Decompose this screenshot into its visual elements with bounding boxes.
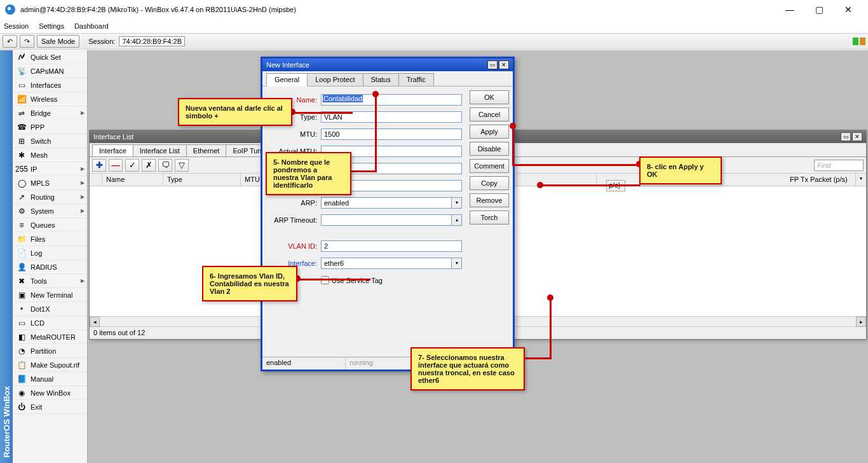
tab-interface[interactable]: Interface [92,144,133,156]
add-button[interactable]: ✚ [92,159,106,172]
sidebar-icon: ▭ [17,80,27,90]
title-bar: admin@74:4D:28:B9:F4:2B (MikroTik) - Win… [0,0,868,19]
brand-strip: RouterOS WinBox [0,50,13,463]
safe-mode-button[interactable]: Safe Mode [37,35,79,48]
scroll-right-icon[interactable]: ▸ [856,317,866,327]
ok-button[interactable]: OK [470,90,509,104]
comment-button[interactable]: 🗨 [158,159,172,172]
col-more-icon[interactable]: ▾ [856,174,866,186]
col-fptx[interactable]: FP Tx Packet (p/s) [786,174,856,186]
sidebar-label: New WinBox [31,389,71,397]
dialog-tab-traffic[interactable]: Traffic [398,73,434,86]
sidebar-item-radius[interactable]: 👤RADIUS [13,260,87,274]
dialog-tab-general[interactable]: General [266,73,308,86]
filter-button[interactable]: ▽ [175,159,189,172]
sidebar-item-wireless[interactable]: 📶Wireless [13,92,87,106]
window-minimize-icon[interactable]: ▭ [841,132,851,141]
col-name[interactable]: Name [102,174,163,186]
copy-button[interactable]: Copy [470,176,509,190]
sidebar-item-log[interactable]: 📄Log [13,246,87,260]
sidebar-label: IP [31,165,37,173]
torch-button[interactable]: Torch [470,211,509,225]
sidebar-item-manual[interactable]: 📘Manual [13,372,87,386]
remove-button[interactable]: Remove [470,193,509,207]
sidebar-item-new-winbox[interactable]: ◉New WinBox [13,386,87,400]
dialog-tab-loop-protect[interactable]: Loop Protect [307,73,363,86]
maximize-button[interactable]: ▢ [804,0,834,19]
scroll-left-icon[interactable]: ◂ [90,317,100,327]
dialog-buttons: OKCancelApplyDisableCommentCopyRemoveTor… [470,90,509,225]
sidebar-label: Manual [31,375,53,383]
close-button[interactable]: ✕ [834,0,863,19]
redo-button[interactable]: ↷ [20,35,34,48]
disable-button[interactable]: Disable [470,142,509,156]
sidebar-label: Bridge [31,109,51,117]
toolbar: ↶ ↷ Safe Mode Session: 74:4D:28:B9:F4:2B [0,33,868,50]
remove-button[interactable]: — [109,159,123,172]
sidebar-icon: 📶 [17,94,27,104]
name-input[interactable]: Contabilidad [321,94,462,106]
find-input[interactable]: Find [814,160,864,171]
interface-dropdown-icon[interactable]: ▾ [452,258,462,269]
label-vlanid: VLAN ID: [268,242,317,250]
arp-select[interactable] [321,197,452,209]
sidebar-item-capsman[interactable]: 📡CAPsMAN [13,64,87,78]
sidebar-item-lcd[interactable]: ▭LCD [13,316,87,330]
sidebar-item-quick-set[interactable]: 🗲Quick Set [13,50,87,64]
interface-select[interactable] [321,258,452,269]
sidebar-icon: ◉ [17,388,27,398]
sidebar-icon: ≡ [17,220,27,230]
menu-session[interactable]: Session [4,22,29,30]
sidebar-label: Wireless [31,95,57,103]
sidebar-item-ip[interactable]: 255IP▶ [13,162,87,176]
annotation-line [525,357,552,359]
sidebar-item-switch[interactable]: ⊞Switch [13,134,87,148]
sidebar-item-system[interactable]: ⚙System▶ [13,204,87,218]
vlanid-input[interactable] [321,240,462,252]
window-close-icon[interactable]: ✕ [852,132,862,141]
comment-button[interactable]: Comment [470,159,509,173]
new-interface-title[interactable]: New Interface ▭ ✕ [262,59,513,71]
sidebar-icon: ◯ [17,178,27,188]
dialog-tab-status[interactable]: Status [363,73,399,86]
sidebar-item-partition[interactable]: ◔Partition [13,344,87,358]
tab-interface-list[interactable]: Interface List [133,144,187,156]
minimize-button[interactable]: — [775,0,804,19]
arp-dropdown-icon[interactable]: ▾ [452,197,462,209]
sidebar-icon: ✖ [17,276,27,286]
sidebar-label: PPP [31,123,44,131]
sidebar-item-exit[interactable]: ⏻Exit [13,400,87,414]
arpt-up-icon[interactable]: ▴ [452,214,462,226]
sidebar-item-metarouter[interactable]: ◧MetaROUTER [13,330,87,344]
sidebar-icon: ⇌ [17,108,27,118]
sidebar-item-files[interactable]: 📁Files [13,232,87,246]
tab-ethernet[interactable]: Ethernet [186,144,227,156]
sidebar-item-tools[interactable]: ✖Tools▶ [13,274,87,288]
dialog-close-icon[interactable]: ✕ [499,60,509,69]
sidebar-item-routing[interactable]: ↗Routing▶ [13,190,87,204]
sidebar-item-dot1x[interactable]: •Dot1X [13,302,87,316]
dialog-minimize-icon[interactable]: ▭ [487,60,498,69]
sidebar-item-mesh[interactable]: ✱Mesh [13,148,87,162]
sidebar-item-ppp[interactable]: ☎PPP [13,120,87,134]
undo-button[interactable]: ↶ [3,35,17,48]
sidebar-item-make-supout.rif[interactable]: 📋Make Supout.rif [13,358,87,372]
cancel-button[interactable]: Cancel [470,107,509,121]
sidebar-item-bridge[interactable]: ⇌Bridge▶ [13,106,87,120]
sidebar-item-mpls[interactable]: ◯MPLS▶ [13,176,87,190]
sidebar-item-new-terminal[interactable]: ▣New Terminal [13,288,87,302]
sidebar-item-queues[interactable]: ≡Queues [13,218,87,232]
menu-settings[interactable]: Settings [39,22,64,30]
sidebar-icon: ✱ [17,150,27,160]
mtu-input[interactable] [321,128,462,140]
new-interface-form: Name: Contabilidad Type: MTU: Actual MTU… [262,86,467,356]
annotation-dot [372,91,379,97]
enable-button[interactable]: ✓ [125,159,139,172]
menu-dashboard[interactable]: Dashboard [74,22,109,30]
apply-button[interactable]: Apply [470,125,509,139]
disable-button[interactable]: ✗ [142,159,156,172]
annotation-line [375,94,377,172]
col-type[interactable]: Type [163,174,241,186]
arp-timeout-input[interactable] [321,214,452,226]
sidebar-item-interfaces[interactable]: ▭Interfaces [13,78,87,92]
